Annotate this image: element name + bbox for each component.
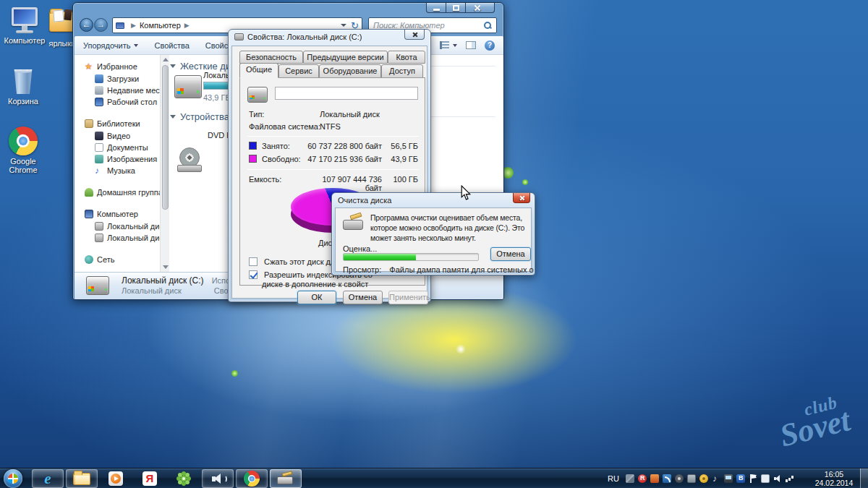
views-icon (440, 41, 449, 49)
hard-drive-icon[interactable] (174, 75, 202, 98)
tray-cd-burner-icon[interactable] (699, 474, 708, 483)
estimate-label: Оценка... (343, 244, 377, 253)
tab-security[interactable]: Безопасность (239, 51, 303, 64)
cancel-button[interactable]: Отмена (343, 291, 383, 304)
organize-button[interactable]: Упорядочить (83, 41, 138, 50)
cleanup-cancel-button[interactable]: Отмена (490, 247, 531, 261)
dvd-drive-icon[interactable] (177, 147, 203, 174)
scroll-up-icon[interactable] (163, 58, 169, 61)
sidebar-item-homegroup[interactable]: Домашняя группа (85, 188, 160, 197)
tab-previous-versions[interactable]: Предыдущие версии (303, 51, 388, 64)
capacity-size: 100 ГБ (385, 175, 418, 184)
disk-cleanup-dialog: Очистка диска Программа очистки оценивае… (331, 192, 535, 275)
computer-icon (116, 22, 124, 29)
free-label: Свободно: (262, 155, 301, 163)
drive-icon (95, 222, 103, 231)
checkbox-checked-icon[interactable] (249, 270, 258, 279)
close-button[interactable] (513, 193, 530, 203)
tray-network-disabled-icon[interactable] (626, 474, 634, 483)
taskbar-media-player[interactable] (100, 469, 132, 488)
close-button[interactable] (466, 3, 495, 13)
desktop-icon-label: Корзина (0, 97, 46, 106)
sidebar-item-libraries[interactable]: Библиотеки (85, 119, 140, 128)
tray-antivirus-icon[interactable] (638, 474, 647, 483)
desktop-icon-recycle-bin[interactable]: Корзина (0, 67, 46, 106)
desktop-icon-chrome[interactable]: Google Chrome (0, 127, 46, 174)
taskbar-chrome[interactable] (236, 469, 268, 488)
tab-sharing[interactable]: Доступ (381, 64, 423, 78)
scroll-down-icon[interactable] (163, 265, 169, 269)
pictures-icon (95, 155, 103, 163)
used-legend-swatch (249, 142, 257, 150)
type-value: Локальный диск (320, 110, 380, 119)
back-button[interactable]: ← (80, 18, 93, 32)
properties-button[interactable]: Свойства (154, 41, 189, 50)
used-label: Занято: (262, 142, 290, 150)
used-size: 56,5 ГБ (385, 142, 418, 150)
language-indicator[interactable]: RU (608, 474, 619, 483)
volume-label-input[interactable] (275, 87, 418, 100)
sidebar-item-pictures[interactable]: Изображения (95, 155, 157, 163)
sidebar-item-music[interactable]: ♪Музыка (95, 166, 135, 175)
taskbar-windows-explorer[interactable] (66, 469, 98, 488)
tray-audio-app-icon[interactable] (712, 474, 720, 483)
taskbar-clock[interactable]: 16:05 24.02.2014 (809, 470, 859, 487)
breadcrumb[interactable]: Компьютер (140, 21, 181, 30)
free-bytes: 47 170 215 936 байт (304, 155, 382, 163)
sidebar-item-local-disk-c[interactable]: Локальный дис (95, 222, 160, 231)
tray-dual-display-icon[interactable] (724, 474, 733, 483)
sidebar-item-desktop[interactable]: Рабочий стол (95, 98, 157, 106)
taskbar-disk-cleanup[interactable] (270, 469, 302, 488)
taskbar-yandex[interactable] (134, 469, 166, 488)
network-icon (85, 255, 93, 264)
tab-tools[interactable]: Сервис (278, 64, 319, 78)
tray-display-icon[interactable] (687, 474, 696, 483)
views-button[interactable] (440, 41, 457, 49)
tray-wifi-icon[interactable] (663, 474, 671, 483)
tray-camera-icon[interactable] (675, 474, 684, 483)
sidebar-item-local-disk-d[interactable]: Локальный дис (95, 234, 160, 242)
sidebar-item-video[interactable]: Видео (95, 132, 130, 140)
tray-volume-icon[interactable] (773, 474, 782, 483)
tray-updater-icon[interactable] (650, 474, 659, 483)
sidebar-scrollbar[interactable] (160, 55, 169, 272)
sidebar-item-documents[interactable]: Документы (95, 143, 148, 152)
start-button[interactable] (4, 469, 22, 488)
address-dropdown-icon[interactable] (341, 24, 346, 27)
tray-network-signal-icon[interactable] (786, 474, 794, 483)
type-label: Тип: (249, 110, 264, 119)
tab-general[interactable]: Общие (239, 63, 278, 78)
tab-quota[interactable]: Квота (388, 51, 425, 64)
clock-time: 16:05 (809, 470, 859, 479)
minimize-button[interactable] (426, 3, 446, 13)
sidebar-item-recent[interactable]: Недавние места (95, 86, 160, 95)
collapse-arrow-icon[interactable] (170, 115, 176, 119)
tray-bluetooth-icon[interactable] (736, 474, 745, 483)
sidebar-item-network[interactable]: Сеть (85, 255, 114, 264)
forward-button[interactable]: → (94, 18, 108, 32)
checkbox-icon[interactable] (249, 257, 258, 266)
show-desktop-button[interactable] (860, 468, 868, 488)
help-icon[interactable]: ? (485, 40, 495, 51)
recent-places-icon (95, 86, 103, 95)
taskbar-internet-explorer[interactable] (32, 469, 64, 488)
sidebar-item-downloads[interactable]: Загрузки (95, 74, 139, 83)
tray-scheduler-icon[interactable] (761, 474, 770, 483)
dialog-title: Очистка диска (338, 196, 391, 205)
navigation-pane: ★Избранное Загрузки Недавние места Рабоч… (75, 55, 160, 272)
collapse-arrow-icon[interactable] (170, 64, 176, 68)
ok-button[interactable]: ОК (297, 291, 336, 304)
taskbar-icq[interactable] (168, 469, 200, 488)
maximize-button[interactable] (446, 3, 466, 13)
tray-action-center-icon[interactable] (749, 474, 757, 483)
sidebar-item-favorites[interactable]: ★Избранное (85, 62, 137, 71)
apply-button[interactable]: Применить (388, 291, 428, 304)
details-drive-name: Локальный диск (C:) (122, 275, 204, 286)
downloads-icon (95, 74, 103, 83)
sidebar-item-computer[interactable]: Компьютер (85, 210, 138, 218)
scrollbar-thumb[interactable] (162, 65, 169, 210)
tab-hardware[interactable]: Оборудование (319, 64, 381, 78)
preview-pane-icon[interactable] (466, 41, 476, 49)
taskbar-volume-mixer[interactable] (202, 469, 234, 488)
close-button[interactable] (404, 30, 425, 40)
